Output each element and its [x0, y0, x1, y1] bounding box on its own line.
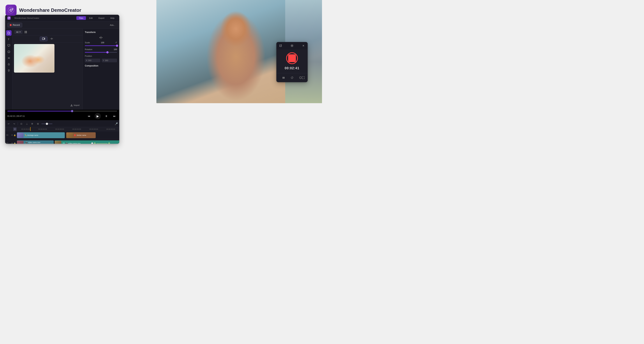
position-x-label: X: [86, 59, 87, 62]
clip-montage-label: ✏️ Montage name: [24, 134, 40, 136]
split-icon[interactable]: ⊥: [25, 122, 29, 126]
timeline-toolbar: ↩ ↪ ⊡ ⊥ ⛨ ⊞ 🎤: [5, 120, 119, 127]
add-track-button[interactable]: +: [13, 127, 16, 131]
scale-row: Scale 100 ↺: [85, 41, 117, 44]
ruler-tick-1: 00:00:00:00: [34, 128, 51, 130]
clip-video2-thumb: [55, 141, 61, 144]
recording-panel: ✕ 00:02:41: [276, 42, 308, 82]
keyframe-dot-3: [108, 142, 110, 144]
tab-help[interactable]: Help: [108, 16, 117, 20]
track-eye-icon-02[interactable]: 👁: [11, 142, 13, 144]
keyframe-dot-2: [94, 142, 96, 144]
grid-view-icon[interactable]: [24, 30, 28, 34]
progress-thumb: [71, 110, 73, 112]
clip-montage[interactable]: ✏️ Montage name: [17, 132, 65, 138]
clip-video1[interactable]: 🎬 Video name.mov ✏️ Effect name: [17, 140, 54, 144]
shield-icon[interactable]: ⛨: [30, 122, 34, 126]
clip-effect-label: ✏️ Effect name: [24, 143, 53, 144]
rotation-label: Rotation: [85, 48, 92, 51]
import-label: Import: [74, 104, 80, 106]
clip-sticker[interactable]: 🔴 Sticker name: [66, 132, 96, 138]
undo-icon[interactable]: ↩: [6, 122, 11, 126]
play-button[interactable]: ▶: [94, 113, 101, 119]
progress-fill: [7, 111, 73, 111]
extend-icon[interactable]: ⊞: [36, 122, 40, 126]
scale-value: 100: [101, 42, 104, 44]
position-x-value: 360: [88, 59, 91, 62]
track-lock-icon-03[interactable]: 🔒: [14, 134, 16, 136]
skip-forward-button[interactable]: ⏭: [112, 113, 117, 119]
thumbnail-area: Import: [12, 43, 82, 109]
timeline-ruler: + 00:00:00:00 00:00:00:00 00:00:00:00 00…: [5, 127, 119, 131]
flip-icon[interactable]: [85, 36, 117, 39]
sidebar-icon-effects[interactable]: [6, 62, 12, 67]
settings-icon[interactable]: [290, 43, 294, 48]
pause-rec-icon[interactable]: [281, 75, 286, 80]
rec-record-area: 00:02:41: [276, 49, 308, 73]
svg-point-15: [292, 45, 292, 46]
main-toolbar: Record Ada...: [5, 21, 119, 29]
position-x-input[interactable]: X 360: [85, 59, 100, 62]
svg-point-5: [8, 51, 10, 53]
branding-area: Wondershare DemoCreator: [6, 5, 81, 16]
speed-scrubber[interactable]: [42, 123, 52, 124]
all-dropdown[interactable]: All ▾: [14, 30, 22, 34]
total-time: 00:47:11: [17, 115, 25, 117]
external-link-icon[interactable]: [278, 43, 283, 48]
record-button[interactable]: Record: [7, 23, 22, 28]
sidebar-icon-skip[interactable]: [6, 55, 12, 61]
files-panel: All ▾: [12, 29, 82, 109]
skip-back-button[interactable]: ⏮: [86, 113, 92, 119]
adapt-label[interactable]: Ada...: [108, 23, 117, 27]
svg-point-3: [9, 17, 10, 18]
title-bar: Wondershare DemoCreator Files Edit Expor…: [5, 15, 119, 21]
sidebar-icon-rocket[interactable]: [6, 68, 12, 73]
track-content-03: ✏️ Montage name 🔴 Sticker name: [17, 132, 119, 138]
record-label: Record: [13, 24, 20, 26]
clip-video1-thumb: [17, 141, 24, 144]
transform-panel: Transform Scale 100 ↺ Rotation 100: [82, 29, 119, 109]
sidebar-icon-emoji[interactable]: [6, 49, 12, 55]
record-big-button[interactable]: [286, 52, 298, 64]
redo-icon[interactable]: ↪: [12, 122, 16, 126]
svg-point-7: [9, 51, 10, 52]
track-eye-icon-03[interactable]: 👁: [11, 134, 13, 136]
track-content-02: 🎬 Video name.mov ✏️ Effect name: [17, 140, 119, 144]
position-label: Position: [85, 55, 92, 57]
position-y-value: 360: [105, 59, 108, 62]
microphone-icon[interactable]: 🎤: [115, 122, 118, 125]
clip-video2-label: ▐▐ 🎬 Video name.mov: [61, 142, 82, 144]
track-area: 03 👁 🔒 ✏️ Montage name: [5, 131, 119, 144]
close-icon[interactable]: ✕: [301, 43, 306, 48]
position-label-row: Position: [85, 55, 117, 57]
fullscreen-icon[interactable]: [301, 75, 306, 80]
sidebar-icon-text[interactable]: T: [6, 37, 12, 42]
record-button-inner: [288, 54, 296, 62]
app-window: Wondershare DemoCreator Files Edit Expor…: [5, 15, 119, 144]
rotation-slider[interactable]: [85, 52, 117, 53]
sidebar-icon-files[interactable]: [6, 30, 12, 36]
tab-edit[interactable]: Edit: [87, 16, 95, 20]
playhead-line: [30, 127, 30, 131]
sidebar: T: [5, 29, 12, 109]
tab-files[interactable]: Files: [76, 16, 86, 20]
crop-icon[interactable]: ⊡: [19, 122, 23, 126]
keyframe-dots: [91, 142, 110, 144]
rotate-icon[interactable]: [290, 75, 294, 80]
scale-reset-icon[interactable]: ↺: [115, 41, 117, 44]
position-y-input[interactable]: Y 360: [102, 59, 117, 62]
import-button[interactable]: Import: [70, 104, 80, 106]
pause-button[interactable]: ⏸: [104, 113, 109, 119]
svg-rect-8: [10, 57, 10, 59]
tab-export[interactable]: Export: [96, 16, 107, 20]
dropdown-label: All: [16, 31, 18, 33]
media-tab-video[interactable]: [40, 37, 48, 41]
scale-slider[interactable]: [85, 45, 117, 46]
track-label-03: 03 👁 🔒: [5, 134, 17, 136]
progress-bar[interactable]: [7, 111, 117, 111]
brand-name-text: Wondershare DemoCreator: [19, 7, 81, 13]
track-lock-icon-02[interactable]: 🔒: [14, 142, 16, 144]
sidebar-icon-chat[interactable]: [6, 43, 12, 48]
media-tab-audio[interactable]: [48, 37, 55, 41]
svg-rect-14: [42, 38, 44, 40]
